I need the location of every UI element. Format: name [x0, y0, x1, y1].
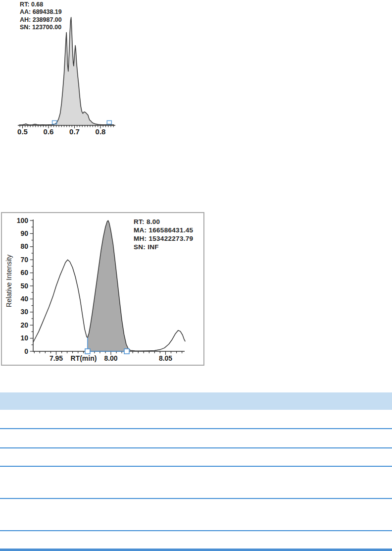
y-tick-label: 50 [20, 282, 28, 290]
y-axis-title: Relative Intensity [5, 255, 13, 308]
table-row [0, 499, 392, 531]
x-tick-label: 0.8 [96, 127, 106, 136]
peak-annotation-line: RT: 0.68 [20, 1, 43, 8]
integration-handle[interactable] [107, 121, 111, 124]
peak-annotation-line: AA: 689438.19 [20, 8, 62, 15]
chromatogram-small: 0.50.60.70.8RT: 0.68AA: 689438.19AH: 238… [0, 0, 124, 141]
y-tick-label: 20 [20, 321, 28, 329]
results-table-header [0, 392, 392, 410]
y-axis-ticks [30, 220, 34, 351]
table-row [0, 467, 392, 499]
table-row [0, 429, 392, 448]
y-tick-label: 100 [17, 217, 29, 224]
x-tick-label: 0.7 [69, 127, 80, 136]
y-tick-label: 60 [20, 269, 28, 276]
table-row [0, 531, 392, 549]
x-tick-label: 0.5 [17, 127, 28, 136]
y-tick-label: 80 [20, 242, 28, 250]
integrated-peak-fill [88, 220, 130, 351]
chromatogram-main-frame: 01020304050607080901007.958.008.05RT(min… [1, 212, 204, 366]
peak-annotation-line: SN: 123700.00 [20, 24, 61, 31]
y-tick-label: 10 [20, 334, 28, 342]
peak-annotation-line: SN: INF [134, 243, 159, 251]
peak-annotation-line: AH: 238987.00 [20, 16, 62, 23]
peak-annotation-line: MA: 166586431.45 [134, 226, 194, 234]
y-tick-label: 40 [20, 295, 28, 303]
y-tick-label: 90 [20, 229, 28, 237]
x-tick-label: 0.6 [44, 127, 54, 136]
integration-handle[interactable] [85, 349, 90, 354]
x-tick-label: 8.05 [159, 354, 172, 362]
table-bottom-bar [0, 549, 392, 551]
y-tick-label: 70 [20, 256, 28, 264]
y-tick-label: 0 [24, 347, 28, 355]
table-row [0, 410, 392, 429]
y-tick-label: 30 [20, 308, 28, 316]
report-page: 0.50.60.70.8RT: 0.68AA: 689438.19AH: 238… [0, 0, 392, 551]
chromatogram-main: 01020304050607080901007.958.008.05RT(min… [3, 214, 204, 366]
results-table [0, 392, 392, 551]
x-axis-title: RT(min) [71, 354, 97, 362]
x-tick-label: 7.95 [49, 354, 63, 362]
table-row [0, 448, 392, 467]
x-tick-label: 8.00 [104, 354, 117, 362]
peak-annotation-line: MH: 153422273.79 [134, 235, 193, 242]
integration-handle[interactable] [124, 349, 129, 354]
peak-annotation-line: RT: 8.00 [134, 218, 160, 225]
